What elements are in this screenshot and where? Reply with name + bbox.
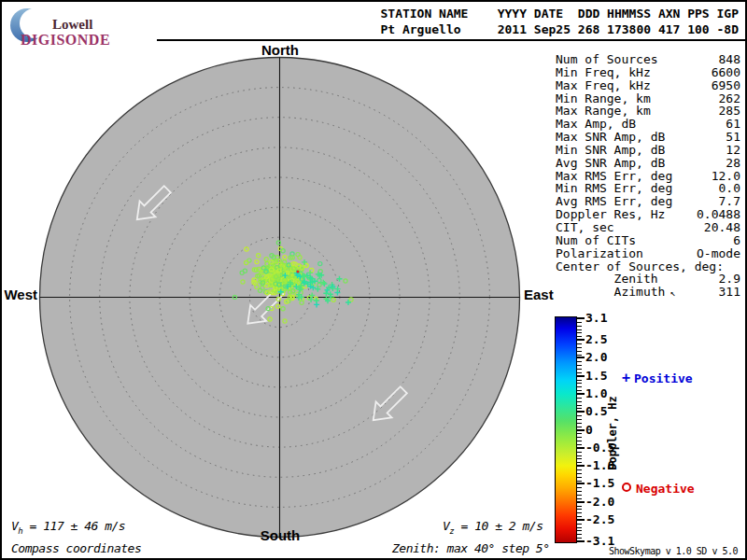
colorbar-minor-tick xyxy=(577,469,582,470)
stat-value: 262 xyxy=(719,92,740,105)
stat-value: 61 xyxy=(726,118,740,131)
stat-label: Min Range, km xyxy=(556,92,651,105)
stat-label: Max Freq, kHz xyxy=(556,79,651,92)
stats-panel: Num of Sources848Min Freq, kHz6600Max Fr… xyxy=(556,53,740,299)
stat-value: 6950 xyxy=(712,79,740,92)
colorbar-minor-tick xyxy=(577,383,582,384)
colorbar-minor-tick xyxy=(577,372,582,373)
stat-row: Min RMS Err, deg0.0 xyxy=(556,182,740,195)
colorbar-minor-tick xyxy=(577,462,582,463)
colorbar-major-tick xyxy=(576,540,585,542)
stat-label: Num of CITs xyxy=(556,234,636,247)
colorbar-minor-tick xyxy=(577,444,582,445)
colorbar-gradient xyxy=(555,316,577,543)
horizontal-velocity-readout: Vh = 117 ± 46 m/s xyxy=(11,519,125,536)
header-divider xyxy=(157,39,745,41)
colorbar-tick-label: 1.5 xyxy=(585,371,607,382)
colorbar-minor-tick xyxy=(577,487,582,488)
stat-label: Avg RMS Err, deg xyxy=(556,195,672,208)
vertical-velocity-readout: Vz = 10 ± 2 m/s xyxy=(443,519,543,536)
colorbar-minor-tick xyxy=(577,452,582,453)
colorbar-minor-tick xyxy=(577,477,582,478)
colorbar-minor-tick xyxy=(577,527,582,528)
showskymap-window: Lowell DIGISONDE STATION NAME YYYY DATE … xyxy=(0,0,747,560)
colorbar-minor-tick xyxy=(577,419,582,420)
header-column-labels: STATION NAME YYYY DATE DDD HHMMSS AXN PP… xyxy=(380,7,739,21)
colorbar-minor-tick xyxy=(577,369,582,370)
colorbar-minor-tick xyxy=(577,332,582,333)
circle-marker-icon xyxy=(622,483,631,492)
colorbar-minor-tick xyxy=(577,347,582,348)
colorbar-minor-tick xyxy=(577,437,582,438)
colorbar-minor-tick xyxy=(577,512,582,513)
stat-value: 2.9 xyxy=(719,273,740,286)
stat-label: Max SNR Amp, dB xyxy=(556,131,665,144)
stat-row: Avg SNR Amp, dB28 xyxy=(556,157,740,170)
compass-label-west: West xyxy=(2,287,37,302)
colorbar-minor-tick xyxy=(577,380,582,381)
colorbar-minor-tick xyxy=(577,365,582,366)
stat-row: Azimuth↖311 xyxy=(556,286,740,299)
app-version: ShowSkymap v 1.0 SD v 5.0 xyxy=(609,546,738,556)
stat-row: Min Range, km262 xyxy=(556,92,740,105)
colorbar-minor-tick xyxy=(577,351,582,352)
stat-label: Max Amp, dB xyxy=(556,118,636,131)
colorbar-tick-label: -1.5 xyxy=(585,478,614,489)
stat-value: 12.0 xyxy=(712,170,740,183)
colorbar-minor-tick xyxy=(577,326,582,327)
stat-row: CIT, sec20.48 xyxy=(556,221,740,234)
stat-row: Center of Sources, deg: xyxy=(556,260,740,273)
doppler-colorbar: 3.12.52.01.51.00.50-0.5-1.0-1.5-2.0-2.5-… xyxy=(555,316,713,543)
lowell-digisonde-logo: Lowell DIGISONDE xyxy=(9,5,168,48)
stat-label: Min RMS Err, deg xyxy=(556,182,672,195)
colorbar-minor-tick xyxy=(577,405,582,406)
stat-row: Avg RMS Err, deg7.7 xyxy=(556,195,740,208)
colorbar-major-tick xyxy=(576,429,585,431)
stat-label: Azimuth↖ xyxy=(556,286,675,299)
colorbar-minor-tick xyxy=(577,415,582,416)
colorbar-minor-tick xyxy=(577,441,582,441)
colorbar-tick-label: 0.5 xyxy=(585,406,607,417)
colorbar-minor-tick xyxy=(577,509,582,510)
zenith-range-note: Zenith: max 40° step 5° xyxy=(392,541,550,555)
stat-value: 6 xyxy=(733,234,740,247)
colorbar-tick-label: 2.5 xyxy=(585,334,607,345)
stat-label: Zenith xyxy=(556,273,658,286)
stat-row: Max Amp, dB61 xyxy=(556,118,740,131)
colorbar-axis-label: Doppler, Hz xyxy=(606,396,619,469)
colorbar-minor-tick xyxy=(577,423,582,424)
plus-marker-icon: + xyxy=(622,370,630,386)
logo-lowell: Lowell xyxy=(52,17,92,33)
stat-row: Max RMS Err, deg12.0 xyxy=(556,170,740,183)
colorbar-minor-tick xyxy=(577,481,582,482)
azimuth-direction-icon: ↖ xyxy=(669,287,675,298)
colorbar-major-tick xyxy=(576,317,585,319)
colorbar-tick-label: 2.0 xyxy=(585,352,607,363)
legend-positive: +Positive xyxy=(622,370,693,386)
colorbar-minor-tick xyxy=(577,336,582,337)
stat-value: 20.48 xyxy=(704,221,740,234)
stat-value: 285 xyxy=(719,105,740,118)
stat-value: 28 xyxy=(726,157,740,170)
legend-negative-label: Negative xyxy=(636,482,695,496)
stat-row: PolarizationO-mode xyxy=(556,247,740,260)
colorbar-minor-tick xyxy=(577,355,582,356)
colorbar-minor-tick xyxy=(577,473,582,474)
header-station-values: Pt Arguello 2011 Sep25 268 173800 417 10… xyxy=(380,22,739,36)
logo-digisonde: DIGISONDE xyxy=(21,32,110,49)
colorbar-minor-tick xyxy=(577,516,582,517)
colorbar-major-tick xyxy=(576,393,585,395)
colorbar-minor-tick xyxy=(577,386,582,387)
stat-label: Max Range, km xyxy=(556,105,651,118)
colorbar-major-tick xyxy=(576,465,585,467)
stat-value: 0.0 xyxy=(719,182,740,195)
colorbar-major-tick xyxy=(576,447,585,449)
stat-row: Max Range, km285 xyxy=(556,105,740,118)
stat-label: Avg SNR Amp, dB xyxy=(556,157,665,170)
coordinate-system-label: Compass coordinates xyxy=(11,541,141,555)
colorbar-minor-tick xyxy=(577,329,582,330)
colorbar-tick-label: 3.1 xyxy=(585,313,607,324)
stat-row: Doppler Res, Hz0.0488 xyxy=(556,208,740,221)
colorbar-major-tick xyxy=(576,357,585,358)
legend-positive-label: Positive xyxy=(634,371,693,385)
